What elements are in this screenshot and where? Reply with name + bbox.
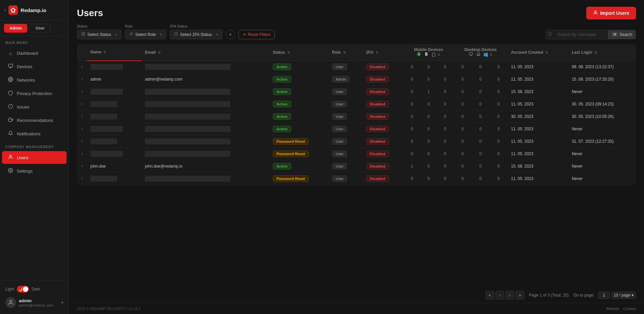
user-role-button[interactable]: User: [30, 24, 50, 33]
settings-icon: [7, 168, 13, 174]
last-login-col-header[interactable]: Last Login ⇅: [568, 44, 636, 61]
filter-role-icon: [129, 32, 133, 37]
search-input[interactable]: [554, 30, 608, 39]
sidebar-item-label: Settings: [17, 169, 33, 174]
website-link[interactable]: Website: [606, 307, 619, 311]
table-row[interactable]: + ██████████ ███████████████████████████…: [77, 123, 636, 135]
windows-count: 0: [489, 73, 508, 86]
role-badge: User: [332, 150, 347, 157]
svg-point-14: [10, 155, 11, 157]
sidebar-item-recommendations[interactable]: Recommendations: [2, 114, 67, 127]
ios-phone-count: 1: [420, 86, 437, 98]
sidebar-item-devices[interactable]: Devices: [2, 60, 67, 73]
first-page-button[interactable]: «: [485, 291, 494, 300]
user-name-cell: admin: [87, 73, 141, 86]
row-expand[interactable]: +: [77, 61, 87, 73]
twofa-badge: Disabled: [366, 138, 389, 145]
page-input[interactable]: [598, 291, 610, 299]
twofa-filter-select[interactable]: Select 2FA Status ▾: [170, 30, 222, 39]
row-expand[interactable]: +: [77, 135, 87, 148]
table-row[interactable]: + ██████████ ███████████████████████████…: [77, 148, 636, 160]
user-status-cell: Active: [269, 73, 329, 86]
mac-desktop-count: 0: [454, 135, 472, 148]
table-row[interactable]: + ████████ ████████████████████████████ …: [77, 135, 636, 148]
status-badge: Active: [273, 163, 291, 170]
user-status-cell: Active: [269, 123, 329, 135]
role-filter-select[interactable]: Select Role ▾: [125, 30, 166, 39]
theme-toggle-track[interactable]: 🌙: [17, 286, 29, 293]
status-filter-select[interactable]: Select Status ▾: [77, 30, 122, 39]
role-badge: User: [332, 63, 347, 70]
reset-filters-button[interactable]: ✕ Reset Filters: [239, 30, 275, 39]
sort-icon: ⇅: [594, 51, 597, 54]
row-expand[interactable]: +: [77, 86, 87, 98]
last-page-button[interactable]: »: [516, 291, 524, 300]
role-col-header[interactable]: Role ⇅: [329, 44, 363, 61]
user-role-cell: User: [329, 148, 363, 160]
sort-icon: ⇅: [437, 53, 440, 56]
user-twofa-cell: Disabled: [363, 160, 404, 173]
role-badge: User: [332, 126, 347, 132]
row-expand[interactable]: +: [77, 173, 87, 185]
sidebar-item-issues[interactable]: Issues: [2, 100, 67, 113]
contact-link[interactable]: Contact: [623, 307, 636, 311]
row-expand[interactable]: +: [77, 148, 87, 160]
table-row[interactable]: + admin admin@redamp.com Active Admin Di…: [77, 73, 636, 86]
role-placeholder: Select Role: [135, 32, 156, 37]
next-page-button[interactable]: ›: [506, 291, 514, 300]
chevron-down-icon: ▾: [61, 300, 63, 305]
ios-phone-count: 0: [420, 160, 437, 173]
user-twofa-cell: Disabled: [363, 98, 404, 110]
reset-icon: ✕: [243, 32, 246, 37]
table-row[interactable]: + ██████████ ███████████████████████████…: [77, 61, 636, 73]
sidebar-item-settings[interactable]: Settings: [2, 165, 67, 177]
table-row[interactable]: + ████████ ████████████████████████████ …: [77, 173, 636, 185]
import-users-button[interactable]: Import Users: [586, 7, 636, 19]
status-col-header[interactable]: Status ⇅: [269, 44, 329, 61]
windows-count: 0: [489, 98, 508, 110]
per-page-select[interactable]: 10 / page ▾: [611, 291, 636, 299]
user-info[interactable]: admin admin@redamp.com ▾: [4, 295, 65, 311]
home-icon: ⌂: [7, 50, 13, 56]
table-row[interactable]: + ████████ ████████████████████████████ …: [77, 110, 636, 123]
sidebar-item-networks[interactable]: Networks: [2, 74, 67, 86]
sidebar-item-dashboard[interactable]: ⌂ Dashboard: [2, 47, 67, 59]
search-kbd: ⌘: [612, 32, 618, 37]
last-login: Never: [568, 160, 636, 173]
account-created: 15. 08. 2023: [508, 160, 568, 173]
table-row[interactable]: + john.doe john.doe@redamp.io Active Use…: [77, 160, 636, 173]
reset-label: Reset Filters: [248, 32, 270, 37]
row-expand[interactable]: +: [77, 73, 87, 86]
sidebar-item-users[interactable]: Users: [2, 151, 67, 164]
table-row[interactable]: + ████████ ████████████████████████████ …: [77, 98, 636, 110]
row-expand[interactable]: +: [77, 123, 87, 135]
table-row[interactable]: + ██████████ ███████████████████████████…: [77, 86, 636, 98]
sidebar-item-notifications[interactable]: Notifications: [2, 127, 67, 140]
prev-page-button[interactable]: ‹: [496, 291, 504, 300]
mac-laptop-count: 0: [472, 173, 490, 185]
mac-laptop-count: 0: [472, 73, 490, 86]
ios-phone-count: 0: [420, 98, 437, 110]
add-filter-button[interactable]: +: [226, 30, 235, 39]
email-col-header[interactable]: Email ⇅: [141, 44, 269, 61]
mac-laptop-count: 0: [472, 148, 490, 160]
sidebar-item-privacy-protection[interactable]: Privacy Protection: [2, 87, 67, 100]
row-expand[interactable]: +: [77, 98, 87, 110]
last-login: Never: [568, 123, 636, 135]
last-login: 30. 05. 2023 (09:14:23): [568, 98, 636, 110]
row-expand[interactable]: +: [77, 110, 87, 123]
sort-icon: ⇅: [545, 51, 548, 54]
search-button[interactable]: ⌘ Search: [608, 30, 636, 39]
account-created-col-header[interactable]: Account Created ⇅: [508, 44, 568, 61]
admin-role-button[interactable]: Admin: [4, 24, 27, 33]
svg-point-26: [549, 32, 552, 35]
status-col-label: Status: [273, 50, 285, 55]
search-box: ⌘ Search: [546, 30, 636, 39]
user-role-cell: User: [329, 160, 363, 173]
back-button[interactable]: ‹: [4, 7, 6, 13]
ios-phone-count: 0: [420, 123, 437, 135]
name-col-header[interactable]: Name ⇅: [87, 44, 141, 61]
twofa-col-header[interactable]: 2FA ⇅: [363, 44, 404, 61]
user-email-cell: ████████████████████████████: [141, 110, 269, 123]
row-expand[interactable]: +: [77, 160, 87, 173]
